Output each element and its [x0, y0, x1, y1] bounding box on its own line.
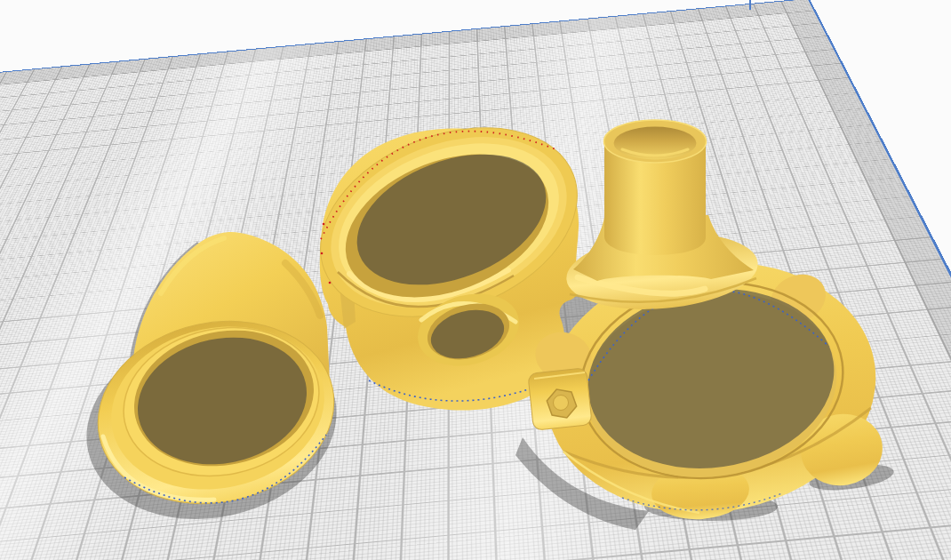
overhang-dot — [323, 223, 325, 226]
overhang-dot — [321, 252, 324, 255]
model-layer — [0, 0, 951, 560]
hex-center-boss — [554, 396, 569, 411]
slicer-3d-viewport — [0, 0, 951, 560]
overhang-dot — [329, 282, 332, 284]
model-right-tube-ring[interactable] — [528, 120, 892, 534]
